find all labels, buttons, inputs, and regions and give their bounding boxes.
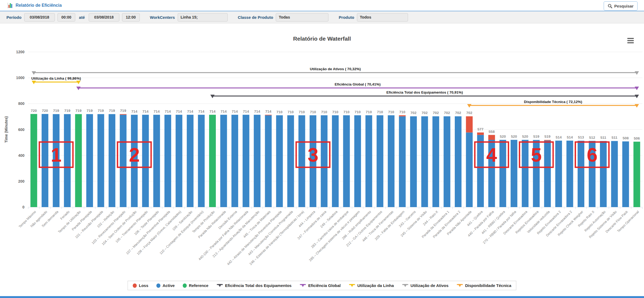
chart-bar-active[interactable] [544, 141, 551, 207]
bar-value-label: 702 [410, 111, 417, 115]
chart-bar-active[interactable] [611, 141, 618, 207]
legend-item[interactable]: Utilização de Ativos [402, 283, 448, 288]
chart-bar-active[interactable] [399, 116, 406, 207]
bar-value-label: 710 [355, 110, 361, 114]
chart-bar-active[interactable] [511, 140, 517, 207]
chart-bar-active[interactable] [600, 141, 607, 207]
bar-value-label: 514 [567, 135, 573, 139]
legend-dot-icon [133, 283, 137, 288]
chart-bar-active[interactable] [176, 115, 182, 207]
chart-bar-active[interactable] [86, 114, 93, 207]
chart-bar-active[interactable] [410, 116, 417, 207]
chart-bar-active[interactable] [231, 115, 238, 207]
workcenters-field[interactable] [178, 13, 228, 22]
chart-bar-loss[interactable] [488, 135, 495, 140]
chart-bar-active[interactable] [466, 133, 473, 207]
chart-bar-active[interactable] [366, 115, 372, 207]
search-button-label: Pesquisar [614, 4, 634, 8]
chart-bar-active[interactable] [164, 115, 171, 207]
bar-value-label: 514 [556, 135, 562, 139]
callout-number: 2 [129, 144, 140, 166]
chart-bar-active[interactable] [276, 115, 283, 207]
product-class-field[interactable] [276, 13, 328, 22]
chart-bar-active[interactable] [388, 115, 395, 207]
chart-bar-active[interactable] [153, 115, 160, 207]
bar-value-label: 710 [399, 110, 406, 114]
chart-bar-active[interactable] [120, 115, 127, 207]
chart-bar-active[interactable] [622, 141, 629, 207]
legend-item[interactable]: Reference [183, 283, 209, 288]
product-field[interactable] [357, 13, 408, 22]
callout-number: 4 [486, 144, 497, 166]
chart-bar-active[interactable] [377, 115, 383, 207]
legend-item[interactable]: Loss [133, 283, 148, 288]
chart-bar-active[interactable] [578, 141, 584, 207]
x-axis-label: 246 – Esteiras de transição (Termoplásti… [249, 210, 305, 266]
chart-bar-active[interactable] [243, 115, 249, 207]
legend-item-label: Eficiência Total dos Equipamentos [225, 283, 291, 288]
bottom-scroll-strip[interactable] [0, 296, 644, 298]
bar-value-label: 720 [31, 109, 37, 113]
chart-bar-reference[interactable] [30, 114, 37, 207]
chart-bar-active[interactable] [287, 115, 294, 207]
y-axis-title: Time (Minutes) [4, 116, 8, 143]
period-start-time-field[interactable] [58, 13, 75, 22]
period-end-time-field[interactable] [122, 13, 140, 22]
chart-bar-active[interactable] [354, 115, 361, 207]
chart-bar-active[interactable] [477, 135, 484, 207]
bar-value-label: 719 [53, 109, 59, 113]
chart-bar-active[interactable] [42, 114, 48, 207]
legend-arrow-icon [349, 283, 355, 288]
chart-bar-active[interactable] [187, 115, 194, 207]
chart-bar-active[interactable] [343, 115, 350, 207]
chart-bar-active[interactable] [421, 116, 428, 207]
bar-value-label: 520 [522, 134, 528, 139]
legend-item-label: Active [163, 283, 175, 288]
chart-bar-active[interactable] [432, 116, 439, 207]
chart-bar-active[interactable] [499, 140, 506, 207]
legend-item[interactable]: Eficiência Total dos Equipamentos [216, 283, 291, 288]
page-title: Relatório de Eficiência [16, 3, 62, 8]
chart-bar-loss[interactable] [265, 115, 272, 115]
chart-bar-active[interactable] [220, 115, 227, 207]
chart-bar-reference[interactable] [209, 115, 216, 207]
bar-value-label: 714 [232, 109, 238, 113]
chart-bar-active[interactable] [443, 116, 450, 207]
chart-bar-active[interactable] [254, 115, 260, 207]
chart-bar-active[interactable] [522, 140, 528, 207]
y-tick-label: 200 [18, 179, 25, 183]
annotation-label: Eficiência Total dos Equipamentos ( 70,9… [386, 90, 463, 94]
search-button[interactable]: Pesquisar [604, 1, 638, 10]
chart-bar-loss[interactable] [544, 140, 551, 140]
chart-bar-loss[interactable] [399, 115, 406, 116]
bar-value-label: 714 [176, 109, 182, 113]
legend-item[interactable]: Active [156, 283, 175, 288]
chart-bar-active[interactable] [455, 116, 461, 207]
chart-bar-reference[interactable] [75, 114, 82, 207]
chart-bar-active[interactable] [198, 115, 205, 207]
chart-bar-active[interactable] [555, 141, 562, 207]
legend-item[interactable]: Disponibilidade Técnica [457, 283, 511, 288]
y-tick-label: 400 [18, 153, 25, 158]
chart-bar-active[interactable] [298, 115, 305, 207]
bar-value-label: 702 [433, 111, 439, 115]
chart-bar-active[interactable] [142, 115, 149, 207]
period-end-date-field[interactable] [89, 13, 119, 22]
chart-bar-loss[interactable] [120, 114, 127, 115]
chart-bar-active[interactable] [566, 141, 573, 207]
chart-bar-active[interactable] [64, 114, 71, 207]
chart-bar-active[interactable] [332, 115, 339, 207]
legend-item[interactable]: Eficiência Global [300, 283, 341, 288]
chart-menu-icon[interactable] [627, 38, 634, 43]
legend-item[interactable]: Utilização da Linha [349, 283, 394, 288]
chart-bar-reference[interactable] [634, 142, 640, 207]
chart-bar-loss[interactable] [466, 116, 473, 132]
chart-bar-active[interactable] [321, 115, 327, 207]
chart-bar-active[interactable] [265, 115, 272, 207]
period-start-date-field[interactable] [24, 13, 55, 22]
chart-bar-loss[interactable] [477, 133, 484, 135]
bar-value-label: 511 [600, 136, 606, 140]
bar-value-label: 719 [76, 109, 82, 113]
chart-bar-active[interactable] [98, 114, 104, 207]
chart-bar-active[interactable] [109, 114, 115, 207]
